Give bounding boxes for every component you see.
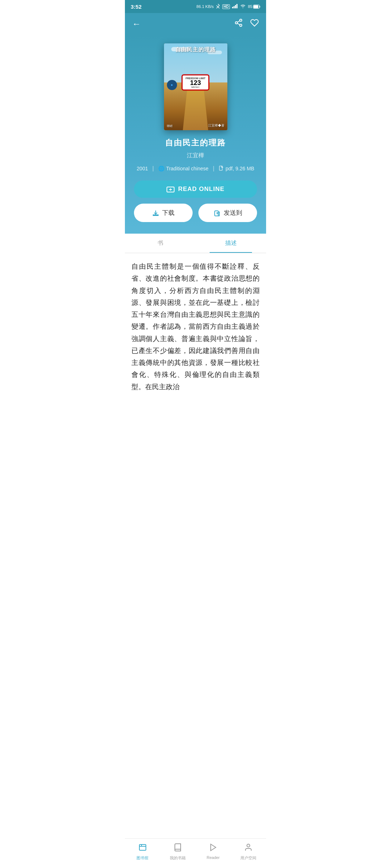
- back-button[interactable]: ←: [132, 19, 141, 29]
- wifi-icon: [240, 4, 246, 9]
- cover-title: 自由民主的理路: [164, 46, 227, 53]
- cover-speed-num: 123: [185, 80, 205, 86]
- status-bar: 3:52 86.1 KB/s HD: [125, 0, 266, 13]
- cover-author-text: 江宜樺◆著: [208, 123, 224, 128]
- globe-icon: 🌐: [158, 166, 164, 171]
- svg-point-8: [235, 22, 237, 24]
- cover-speed-unit: MB/SEC: [185, 86, 205, 88]
- file-icon: [219, 166, 224, 172]
- meta-divider-2: |: [213, 165, 214, 172]
- action-buttons: 下载 发送到: [134, 204, 257, 222]
- svg-line-11: [237, 21, 240, 22]
- read-online-button[interactable]: READ ONLINE: [134, 180, 257, 198]
- description-section: 自由民主體制是一個值得不斷詮釋、反省、改進的社會制度。本書從政治思想的角度切入，…: [125, 253, 266, 400]
- book-language: 🌐 Traditional chinese: [158, 166, 209, 171]
- book-hero: 自由民主的理路 FREEDOM LIMIT 123 MB/SEC 江宜樺◆著 聯…: [125, 35, 266, 234]
- status-right: 86.1 KB/s HD: [197, 4, 260, 9]
- send-to-button[interactable]: 发送到: [198, 204, 257, 222]
- header: ←: [125, 13, 266, 35]
- tab-description[interactable]: 描述: [196, 234, 266, 253]
- network-speed: 86.1 KB/s: [197, 4, 214, 9]
- svg-rect-2: [235, 5, 236, 8]
- hd-badge: HD: [222, 4, 230, 9]
- meta-divider-1: |: [152, 165, 154, 172]
- svg-point-9: [240, 24, 242, 26]
- book-meta: 2001 | 🌐 Traditional chinese | pdf, 9.26…: [137, 165, 255, 172]
- battery-icon: 85: [248, 4, 260, 9]
- book-cover: 自由民主的理路 FREEDOM LIMIT 123 MB/SEC 江宜樺◆著 聯…: [164, 43, 227, 130]
- signal-icon: [232, 4, 238, 9]
- favorite-button[interactable]: [250, 18, 259, 29]
- svg-rect-0: [232, 7, 233, 8]
- book-title: 自由民主的理路: [165, 137, 226, 148]
- cover-publisher-text: 聯經: [167, 124, 173, 128]
- cover-speed-sign: FREEDOM LIMIT 123 MB/SEC: [181, 75, 209, 91]
- status-time: 3:52: [131, 4, 142, 10]
- download-button[interactable]: 下载: [134, 204, 193, 222]
- svg-rect-1: [234, 6, 235, 8]
- book-format: pdf, 9.26 MB: [219, 166, 254, 172]
- book-author: 江宜樺: [187, 152, 204, 159]
- svg-rect-6: [254, 5, 258, 8]
- share-button[interactable]: [234, 18, 243, 29]
- tabs: 书 描述: [125, 234, 266, 253]
- tab-book[interactable]: 书: [125, 234, 196, 253]
- svg-rect-5: [260, 6, 260, 8]
- book-year: 2001: [137, 166, 148, 171]
- header-actions: [234, 18, 259, 29]
- description-text: 自由民主體制是一個值得不斷詮釋、反省、改進的社會制度。本書從政治思想的角度切入，…: [131, 260, 260, 393]
- cover-badge: [167, 80, 177, 90]
- svg-line-10: [237, 24, 240, 25]
- bluetooth-icon: [216, 4, 220, 9]
- svg-point-7: [240, 19, 242, 21]
- svg-rect-3: [236, 4, 237, 8]
